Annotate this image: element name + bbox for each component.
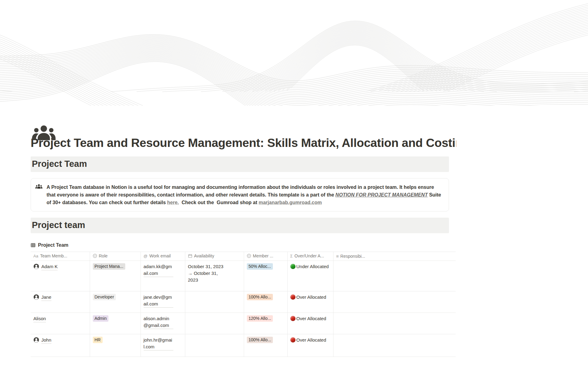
date-property-icon [188,254,192,258]
wave-pattern-graphic [0,0,588,106]
people-group-icon [31,123,56,148]
cell-over-under-allocated[interactable]: Under Allocated [287,261,333,291]
role-tag: Project Mana... [93,263,125,270]
status-label: Over Allocated [296,294,326,300]
status: Under Allocated [290,263,329,270]
cell-availability[interactable] [185,291,244,313]
callout: A Project Team database in Notion is a u… [31,178,449,212]
select-property-icon [247,254,251,258]
cell-member-allocation[interactable]: 50% Alloc... [244,261,287,291]
member-name-link[interactable]: Adam K [41,263,58,270]
callout-text: A Project Team database in Notion is a u… [47,183,442,206]
gumroad-link[interactable]: marjanarbab.gumroad.com [258,200,322,205]
title-property-icon: Aa [33,254,38,258]
status-dot-red [290,294,296,300]
email-link[interactable]: alison.admin@gmail.com [144,315,173,329]
allocation-tag: 100% Allo... [247,294,273,300]
cell-role[interactable]: Developer [90,291,141,313]
select-property-icon [93,254,97,258]
cell-role[interactable]: HR [90,334,141,357]
table-row: John HR john.hr@gmail.com 100% Allo... O… [31,334,456,357]
here-link[interactable]: here. [167,200,179,205]
cell-member-allocation[interactable]: 120% Allo... [244,313,287,334]
page-title: Project Team and Resource Management: Sk… [31,136,456,150]
role-tag: Developer [93,294,116,300]
allocation-tag: 100% Allo... [247,337,273,343]
formula-property-icon: Σ [290,254,293,258]
cell-team-member[interactable]: John [31,334,90,357]
status: Over Allocated [290,337,329,343]
cell-member-allocation[interactable]: 100% Allo... [244,291,287,313]
cell-over-under-allocated[interactable]: Over Allocated [287,291,333,313]
heading-project-team: Project Team [31,156,449,172]
cell-availability[interactable]: October 31, 2023 → October 31, 2023 [185,261,244,291]
column-label: Over/Under A... [295,253,324,258]
cover-image [0,0,588,106]
email-property-icon: @ [144,254,148,258]
table-row: Adam K Project Mana... adam.kk@gmail.com… [31,261,456,291]
person-avatar-icon [33,337,39,343]
status: Over Allocated [290,315,329,322]
column-label: Team Memb... [40,253,67,258]
cell-responsibilities[interactable] [333,261,456,291]
callout-people-icon [35,184,43,191]
cell-responsibilities[interactable] [333,291,456,313]
cell-work-email[interactable]: john.hr@gmail.com [141,334,185,357]
cell-team-member[interactable]: Adam K [31,261,90,291]
column-header-availability[interactable]: Availability [185,252,244,261]
cell-work-email[interactable]: alison.admin@gmail.com [141,313,185,334]
notion-for-project-management-link[interactable]: NOTION FOR PROJECT MANAGEMENT [335,192,428,197]
cell-over-under-allocated[interactable]: Over Allocated [287,313,333,334]
cell-over-under-allocated[interactable]: Over Allocated [287,334,333,357]
column-header-over-under-allocated[interactable]: ΣOver/Under A... [287,252,333,261]
column-label: Work email [149,253,171,258]
date-range: October 31, 2023 → October 31, 2023 [188,263,226,283]
heading-project-team-lower: Project team [31,218,449,233]
member-name-link[interactable]: Alison [33,315,46,322]
column-header-member-allocation[interactable]: Member ... [244,252,287,261]
allocation-tag: 120% Allo... [247,315,273,322]
cell-responsibilities[interactable] [333,334,456,357]
page-body: Project Team and Resource Management: Sk… [31,136,456,357]
email-link[interactable]: john.hr@gmail.com [144,337,173,350]
table-header-row: AaTeam Memb... Role @Work email Availabi… [31,252,456,261]
cell-team-member[interactable]: Jane [31,291,90,313]
column-label: Member ... [253,253,273,258]
email-link[interactable]: adam.kk@gmail.com [144,263,173,277]
cell-availability[interactable] [185,334,244,357]
cell-work-email[interactable]: jane.dev@gmail.com [141,291,185,313]
collection-title-link[interactable]: Project Team [31,242,68,248]
status-dot-red [290,337,296,343]
cell-member-allocation[interactable]: 100% Allo... [244,334,287,357]
role-tag: HR [93,337,103,343]
person-avatar-icon [33,294,39,300]
email-link[interactable]: jane.dev@gmail.com [144,294,173,308]
status-label: Over Allocated [296,337,326,343]
cell-role[interactable]: Admin [90,313,141,334]
column-header-team-member[interactable]: AaTeam Memb... [31,252,90,261]
table-grid-icon [31,243,36,248]
status-label: Under Allocated [296,264,329,269]
page-icon-people-group[interactable] [31,123,56,148]
table-row: Alison Admin alison.admin@gmail.com 120%… [31,313,456,334]
allocation-tag: 50% Alloc... [247,263,273,270]
cell-role[interactable]: Project Mana... [90,261,141,291]
person-avatar-icon [33,264,39,269]
status-dot-green [290,264,296,269]
column-header-responsibilities[interactable]: ≡Responsibi... [333,252,456,261]
status-label: Over Allocated [296,316,326,321]
table-row: Jane Developer jane.dev@gmail.com 100% A… [31,291,456,313]
column-header-role[interactable]: Role [90,252,141,261]
column-label: Availability [194,253,214,258]
column-label: Role [99,253,108,258]
column-label: Responsibi... [340,254,365,259]
column-header-work-email[interactable]: @Work email [141,252,185,261]
member-name-link[interactable]: Jane [41,294,51,301]
member-name-link[interactable]: John [41,337,51,344]
cell-responsibilities[interactable] [333,313,456,334]
project-team-table: AaTeam Memb... Role @Work email Availabi… [31,252,456,357]
callout-text-part3: Check out the Gumroad shop at [179,200,258,205]
cell-team-member[interactable]: Alison [31,313,90,334]
cell-availability[interactable] [185,313,244,334]
cell-work-email[interactable]: adam.kk@gmail.com [141,261,185,291]
